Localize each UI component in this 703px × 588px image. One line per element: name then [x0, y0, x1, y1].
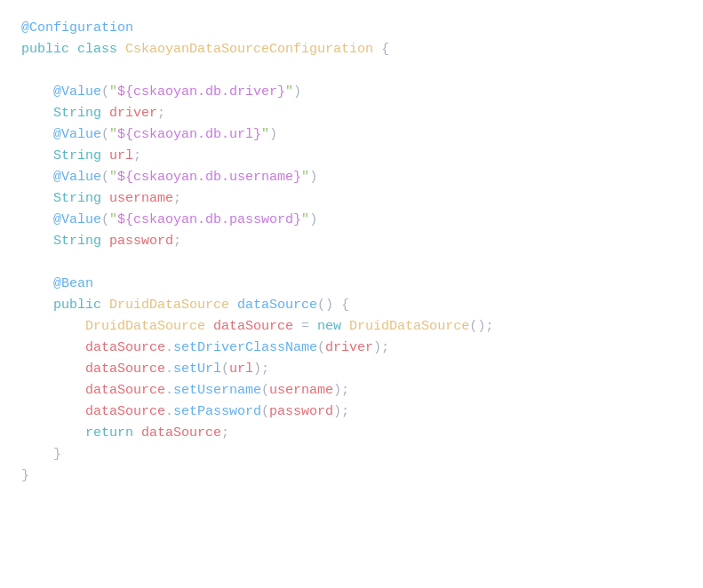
- code-line-11: String password;: [21, 231, 682, 252]
- code-line-20: return dataSource;: [21, 423, 682, 444]
- code-line-13: @Bean: [21, 274, 682, 295]
- code-line-22: }: [21, 465, 682, 487]
- code-line-19: dataSource.setPassword(password);: [21, 401, 682, 423]
- code-line-2: public class CskaoyanDataSourceConfigura…: [21, 39, 682, 60]
- code-line-8: @Value("${cskaoyan.db.username}"): [21, 167, 682, 188]
- code-line-4: @Value("${cskaoyan.db.driver}"): [21, 82, 682, 103]
- code-line-5: String driver;: [21, 103, 682, 124]
- code-line-16: dataSource.setDriverClassName(driver);: [21, 338, 682, 359]
- code-line-15: DruidDataSource dataSource = new DruidDa…: [21, 316, 682, 338]
- code-line-3: [21, 60, 682, 82]
- code-line-17: dataSource.setUrl(url);: [21, 359, 682, 380]
- code-line-9: String username;: [21, 188, 682, 210]
- code-line-6: @Value("${cskaoyan.db.url}"): [21, 124, 682, 146]
- code-line-14: public DruidDataSource dataSource() {: [21, 295, 682, 316]
- code-line-12: [21, 252, 682, 274]
- code-block: @Configuration public class CskaoyanData…: [0, 0, 703, 588]
- annotation-configuration: @Configuration: [21, 20, 133, 36]
- code-line-7: String url;: [21, 146, 682, 167]
- code-line-18: dataSource.setUsername(username);: [21, 380, 682, 401]
- code-line-1: @Configuration: [21, 18, 682, 39]
- code-line-10: @Value("${cskaoyan.db.password}"): [21, 210, 682, 231]
- code-line-21: }: [21, 444, 682, 465]
